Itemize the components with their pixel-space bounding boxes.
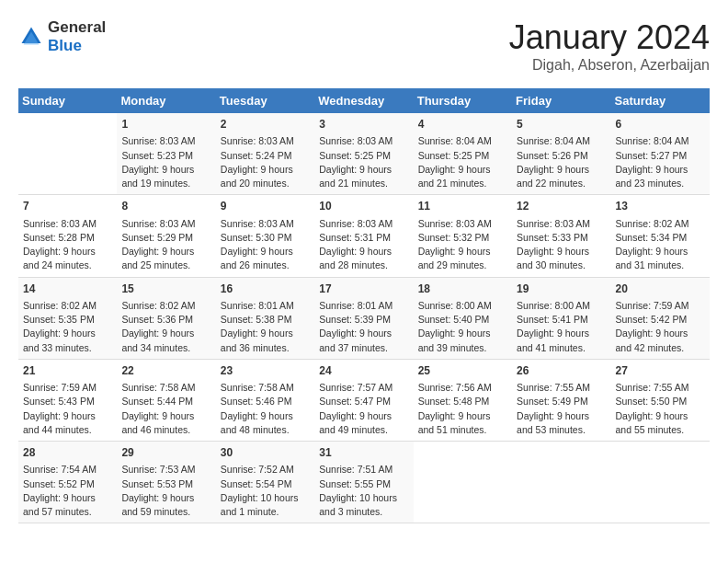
day-number: 3 xyxy=(319,117,408,132)
sunrise-text: Sunrise: 8:04 AM xyxy=(418,135,492,146)
header-day-friday: Friday xyxy=(512,88,610,113)
sunset-text: Sunset: 5:34 PM xyxy=(616,232,688,243)
day-number: 21 xyxy=(23,363,112,379)
calendar-cell: 27Sunrise: 7:55 AMSunset: 5:50 PMDayligh… xyxy=(611,359,710,441)
sunset-text: Sunset: 5:46 PM xyxy=(221,396,292,407)
sunset-text: Sunset: 5:24 PM xyxy=(221,150,292,161)
sunrise-text: Sunrise: 8:02 AM xyxy=(121,300,195,311)
calendar-cell: 20Sunrise: 7:59 AMSunset: 5:42 PMDayligh… xyxy=(611,277,710,359)
calendar-cell: 30Sunrise: 7:52 AMSunset: 5:54 PMDayligh… xyxy=(216,442,314,523)
calendar-cell: 19Sunrise: 8:00 AMSunset: 5:41 PMDayligh… xyxy=(512,277,610,359)
calendar-cell xyxy=(18,113,117,195)
day-number: 13 xyxy=(616,199,705,214)
calendar-cell: 26Sunrise: 7:55 AMSunset: 5:49 PMDayligh… xyxy=(512,359,610,441)
sunrise-text: Sunrise: 8:03 AM xyxy=(221,218,294,229)
sunrise-text: Sunrise: 7:58 AM xyxy=(221,382,294,393)
calendar-cell: 14Sunrise: 8:02 AMSunset: 5:35 PMDayligh… xyxy=(18,277,117,359)
sunrise-text: Sunrise: 8:03 AM xyxy=(23,218,97,229)
day-number: 26 xyxy=(517,363,606,379)
sunrise-text: Sunrise: 8:03 AM xyxy=(319,135,392,146)
sunrise-text: Sunrise: 8:00 AM xyxy=(517,300,590,311)
daylight-text: Daylight: 9 hours and 19 minutes. xyxy=(121,164,194,189)
sunset-text: Sunset: 5:42 PM xyxy=(616,314,688,325)
calendar-cell: 29Sunrise: 7:53 AMSunset: 5:53 PMDayligh… xyxy=(117,442,215,523)
calendar-cell: 7Sunrise: 8:03 AMSunset: 5:28 PMDaylight… xyxy=(18,195,117,277)
sunset-text: Sunset: 5:47 PM xyxy=(319,396,391,407)
day-number: 22 xyxy=(121,363,210,379)
sunrise-text: Sunrise: 8:03 AM xyxy=(418,218,492,229)
calendar-cell: 9Sunrise: 8:03 AMSunset: 5:30 PMDaylight… xyxy=(216,195,314,277)
sunset-text: Sunset: 5:41 PM xyxy=(517,314,588,325)
month-title: January 2024 xyxy=(509,18,710,57)
calendar-cell: 3Sunrise: 8:03 AMSunset: 5:25 PMDaylight… xyxy=(314,113,413,195)
sunrise-text: Sunrise: 8:04 AM xyxy=(517,135,590,146)
sunset-text: Sunset: 5:27 PM xyxy=(616,150,688,161)
header-day-saturday: Saturday xyxy=(611,88,710,113)
day-number: 19 xyxy=(517,282,606,297)
header-day-thursday: Thursday xyxy=(414,88,512,113)
daylight-text: Daylight: 9 hours and 31 minutes. xyxy=(616,246,688,270)
sunrise-text: Sunrise: 7:52 AM xyxy=(221,464,294,475)
day-number: 5 xyxy=(517,117,606,132)
calendar-cell: 8Sunrise: 8:03 AMSunset: 5:29 PMDaylight… xyxy=(117,195,215,277)
sunset-text: Sunset: 5:50 PM xyxy=(616,396,688,407)
daylight-text: Daylight: 9 hours and 24 minutes. xyxy=(23,246,96,270)
day-number: 18 xyxy=(418,282,507,297)
daylight-text: Daylight: 9 hours and 48 minutes. xyxy=(221,410,293,435)
header-day-monday: Monday xyxy=(117,88,215,113)
sunrise-text: Sunrise: 8:01 AM xyxy=(221,300,294,311)
calendar-cell: 11Sunrise: 8:03 AMSunset: 5:32 PMDayligh… xyxy=(414,195,512,277)
page-header: General Blue January 2024 Digah, Abseron… xyxy=(18,18,710,74)
day-number: 25 xyxy=(418,363,507,379)
sunrise-text: Sunrise: 7:53 AM xyxy=(121,464,195,475)
calendar-cell xyxy=(414,442,512,523)
day-number: 15 xyxy=(121,282,210,297)
sunset-text: Sunset: 5:44 PM xyxy=(121,396,193,407)
daylight-text: Daylight: 9 hours and 25 minutes. xyxy=(121,246,194,270)
day-number: 10 xyxy=(319,199,408,214)
day-number: 11 xyxy=(418,199,507,214)
sunset-text: Sunset: 5:43 PM xyxy=(23,396,95,407)
sunset-text: Sunset: 5:49 PM xyxy=(517,396,588,407)
sunset-text: Sunset: 5:31 PM xyxy=(319,232,391,243)
calendar-cell: 4Sunrise: 8:04 AMSunset: 5:25 PMDaylight… xyxy=(414,113,512,195)
header-day-wednesday: Wednesday xyxy=(314,88,413,113)
calendar-week-row: 28Sunrise: 7:54 AMSunset: 5:52 PMDayligh… xyxy=(18,442,710,523)
sunset-text: Sunset: 5:52 PM xyxy=(23,478,95,489)
calendar-week-row: 14Sunrise: 8:02 AMSunset: 5:35 PMDayligh… xyxy=(18,277,710,359)
daylight-text: Daylight: 9 hours and 51 minutes. xyxy=(418,410,491,435)
calendar-cell xyxy=(611,442,710,523)
sunset-text: Sunset: 5:48 PM xyxy=(418,396,490,407)
header-day-sunday: Sunday xyxy=(18,88,117,113)
day-number: 17 xyxy=(319,282,408,297)
calendar-cell: 17Sunrise: 8:01 AMSunset: 5:39 PMDayligh… xyxy=(314,277,413,359)
calendar-week-row: 21Sunrise: 7:59 AMSunset: 5:43 PMDayligh… xyxy=(18,359,710,441)
daylight-text: Daylight: 9 hours and 20 minutes. xyxy=(221,164,293,189)
calendar-cell: 16Sunrise: 8:01 AMSunset: 5:38 PMDayligh… xyxy=(216,277,314,359)
sunrise-text: Sunrise: 7:59 AM xyxy=(616,300,689,311)
calendar-cell: 21Sunrise: 7:59 AMSunset: 5:43 PMDayligh… xyxy=(18,359,117,441)
calendar-cell: 28Sunrise: 7:54 AMSunset: 5:52 PMDayligh… xyxy=(18,442,117,523)
calendar-header-row: SundayMondayTuesdayWednesdayThursdayFrid… xyxy=(18,88,710,113)
sunset-text: Sunset: 5:35 PM xyxy=(23,314,95,325)
sunrise-text: Sunrise: 8:03 AM xyxy=(517,218,590,229)
daylight-text: Daylight: 9 hours and 59 minutes. xyxy=(121,492,194,517)
sunrise-text: Sunrise: 8:03 AM xyxy=(319,218,392,229)
sunset-text: Sunset: 5:28 PM xyxy=(23,232,95,243)
day-number: 28 xyxy=(23,445,112,461)
sunrise-text: Sunrise: 8:00 AM xyxy=(418,300,492,311)
daylight-text: Daylight: 10 hours and 1 minute. xyxy=(221,492,299,517)
daylight-text: Daylight: 9 hours and 42 minutes. xyxy=(616,327,688,352)
sunset-text: Sunset: 5:29 PM xyxy=(121,232,193,243)
day-number: 9 xyxy=(221,199,310,214)
daylight-text: Daylight: 9 hours and 34 minutes. xyxy=(121,327,194,352)
sunset-text: Sunset: 5:38 PM xyxy=(221,314,292,325)
sunset-text: Sunset: 5:33 PM xyxy=(517,232,588,243)
calendar-cell: 22Sunrise: 7:58 AMSunset: 5:44 PMDayligh… xyxy=(117,359,215,441)
sunrise-text: Sunrise: 7:57 AM xyxy=(319,382,392,393)
daylight-text: Daylight: 9 hours and 57 minutes. xyxy=(23,492,96,517)
sunset-text: Sunset: 5:23 PM xyxy=(121,150,193,161)
day-number: 30 xyxy=(221,445,310,461)
sunrise-text: Sunrise: 8:03 AM xyxy=(121,218,195,229)
day-number: 16 xyxy=(221,282,310,297)
